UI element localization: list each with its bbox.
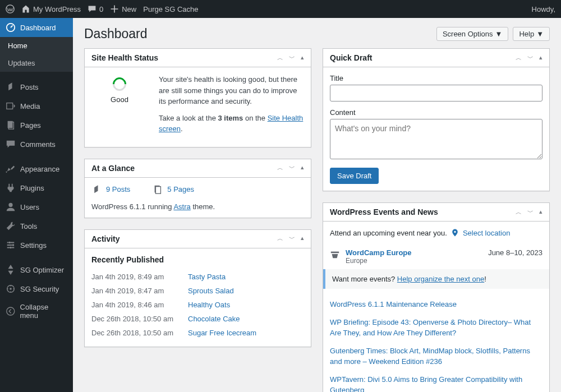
health-desc-1: Your site's health is looking good, but … [159,74,304,107]
activity-item: Dec 26th 2018, 10:50 amSugar Free Icecre… [91,326,304,340]
up-icon[interactable]: ︿ [516,54,522,62]
wp-version-text: WordPress 6.1.1 running Astra theme. [91,202,304,211]
more-events-banner: Want more events? Help organize the next… [323,269,549,289]
menu-media[interactable]: Media [0,96,73,116]
site-name: My WordPress [33,5,81,13]
event-date: June 8–10, 2023 [488,248,542,257]
wp-logo-icon[interactable] [6,4,15,13]
svg-rect-13 [156,186,161,193]
menu-appearance[interactable]: Appearance [0,159,73,178]
svg-point-10 [10,288,12,290]
menu-posts[interactable]: Posts [0,77,73,96]
caret-up-icon[interactable]: ▴ [301,164,304,172]
comments-count: 0 [99,5,103,13]
down-icon[interactable]: ﹀ [289,164,295,172]
activity-title: Activity [91,234,120,243]
recently-published-heading: Recently Published [91,255,304,264]
news-link[interactable]: WPTavern: Divi 5.0 Aims to Bring Greater… [330,375,522,393]
menu-settings[interactable]: Settings [0,236,73,255]
post-link[interactable]: Sprouts Salad [188,287,234,295]
caret-up-icon[interactable]: ▴ [539,208,542,216]
at-a-glance-box: At a Glance ︿﹀▴ 9 Posts 5 Pages WordPres… [84,159,311,218]
menu-sg-optimizer[interactable]: SG Optimizer [0,260,73,279]
content-label: Content [330,108,542,117]
menu-sg-security[interactable]: SG Security [0,279,73,298]
health-indicator-icon [110,75,129,94]
quick-draft-box: Quick Draft ︿﹀▴ Title Content Save Draft [323,48,550,191]
draft-content-textarea[interactable] [330,119,542,159]
location-icon [450,228,459,237]
posts-count-link[interactable]: 9 Posts [106,185,130,193]
activity-box: Activity ︿﹀▴ Recently Published Jan 4th … [84,229,311,347]
activity-item: Dec 26th 2018, 10:50 amChocolate Cake [91,312,304,326]
svg-point-7 [12,244,15,246]
glance-title: At a Glance [91,164,135,173]
purge-cache-link[interactable]: Purge SG Cache [143,5,198,13]
activity-item: Jan 4th 2019, 8:47 amSprouts Salad [91,284,304,298]
menu-plugins[interactable]: Plugins [0,178,73,197]
help-button[interactable]: Help ▼ [513,27,550,41]
wordcamp-icon [330,250,340,260]
new-label: New [122,5,136,13]
menu-comments[interactable]: Comments [0,135,73,154]
event-location: Europe [346,257,412,265]
activity-item: Jan 4th 2019, 8:49 amTasty Pasta [91,270,304,284]
admin-bar: My WordPress 0 New Purge SG Cache Howdy, [0,0,561,18]
up-icon[interactable]: ︿ [277,54,283,62]
up-icon[interactable]: ︿ [516,208,522,216]
post-link[interactable]: Healthy Oats [188,301,230,309]
pin-icon [91,185,102,195]
post-link[interactable]: Sugar Free Icecream [188,329,256,337]
howdy-link[interactable]: Howdy, [532,5,555,13]
events-title: WordPress Events and News [330,207,438,216]
post-link[interactable]: Chocolate Cake [188,315,240,323]
svg-point-11 [7,307,15,315]
down-icon[interactable]: ﹀ [527,54,534,62]
down-icon[interactable]: ﹀ [289,54,295,62]
menu-tools[interactable]: Tools [0,216,73,236]
save-draft-button[interactable]: Save Draft [330,168,379,184]
organize-link[interactable]: Help organize the next one [397,275,484,283]
news-link[interactable]: WordPress 6.1.1 Maintenance Release [330,300,457,308]
site-name-link[interactable]: My WordPress [21,4,81,13]
submenu-updates[interactable]: Updates [0,54,73,72]
events-news-box: WordPress Events and News ︿﹀▴ Attend an … [323,202,550,392]
health-desc-2: Take a look at the 3 items on the Site H… [159,113,304,135]
menu-dashboard[interactable]: Dashboard [0,18,73,37]
svg-point-5 [8,203,12,207]
menu-users[interactable]: Users [0,197,73,216]
caret-up-icon[interactable]: ▴ [539,54,542,62]
menu-pages[interactable]: Pages [0,116,73,135]
select-location-link[interactable]: Select location [463,229,511,237]
draft-title-input[interactable] [330,85,542,102]
health-status: Good [91,95,148,104]
up-icon[interactable]: ︿ [277,164,283,172]
svg-rect-14 [331,252,339,253]
down-icon[interactable]: ﹀ [527,208,534,216]
quick-draft-title: Quick Draft [330,53,372,62]
admin-sidebar: Dashboard Home Updates Posts Media Pages… [0,18,73,392]
news-link[interactable]: Gutenberg Times: Block Art, MindMap bloc… [330,347,530,366]
comments-link[interactable]: 0 [88,4,103,13]
site-health-title: Site Health Status [91,53,158,62]
collapse-menu[interactable]: Collapse menu [0,298,73,324]
title-label: Title [330,74,542,82]
activity-item: Jan 4th 2019, 8:46 amHealthy Oats [91,298,304,312]
caret-up-icon[interactable]: ▴ [301,54,304,62]
screen-options-button[interactable]: Screen Options ▼ [436,27,508,41]
post-link[interactable]: Tasty Pasta [188,273,226,281]
caret-up-icon[interactable]: ▴ [301,234,304,243]
news-link[interactable]: WP Briefing: Episode 43: Openverse & Pho… [330,318,531,338]
up-icon[interactable]: ︿ [277,234,283,243]
pages-count-link[interactable]: 5 Pages [167,185,194,193]
page-title: Dashboard [84,26,148,41]
site-health-box: Site Health Status ︿﹀▴ Good Your site's … [84,48,311,147]
svg-point-6 [8,242,11,244]
down-icon[interactable]: ﹀ [289,234,295,243]
submenu-home[interactable]: Home [0,37,73,54]
new-content-link[interactable]: New [110,4,136,13]
svg-rect-2 [7,103,13,109]
theme-link[interactable]: Astra [173,202,190,211]
event-title[interactable]: WordCamp Europe [346,248,412,257]
page-icon [153,185,163,195]
